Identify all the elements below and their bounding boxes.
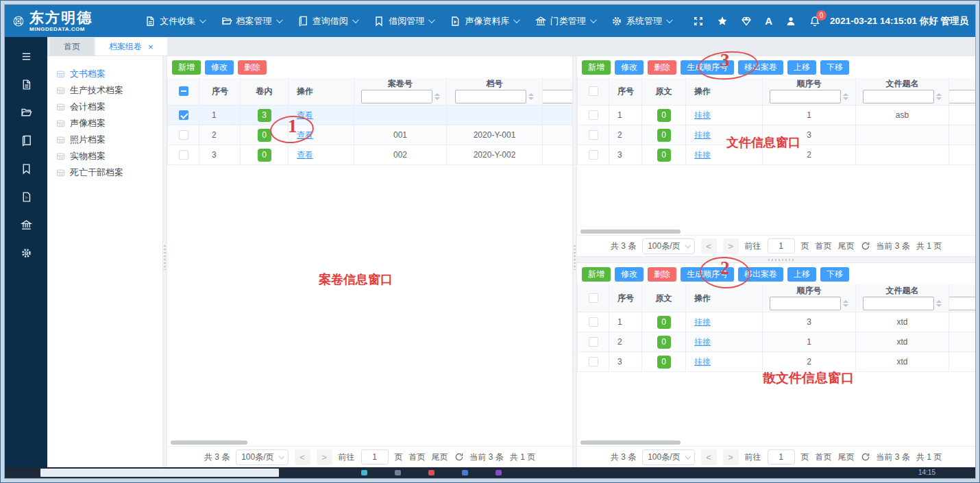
title-filter-input[interactable] <box>863 297 934 310</box>
next-page-button[interactable]: > <box>723 449 739 465</box>
menu-query-borrow[interactable]: 查询借阅 <box>297 15 357 27</box>
attach-link[interactable]: 挂接 <box>694 317 711 327</box>
tree-item-photo[interactable]: 照片档案 <box>56 132 162 148</box>
tree-item-audio-visual[interactable]: 声像档案 <box>56 115 162 132</box>
sort-carets-icon[interactable] <box>434 93 440 100</box>
row-checkbox[interactable] <box>179 150 188 160</box>
taskbar-app-icon[interactable] <box>495 470 502 475</box>
close-icon[interactable]: × <box>148 42 154 52</box>
attach-link[interactable]: 挂接 <box>694 110 711 120</box>
rail-borrow-mgmt[interactable] <box>5 155 47 183</box>
scrollbar-thumb[interactable] <box>171 441 247 445</box>
expand-arrows-icon[interactable] <box>693 16 704 27</box>
select-all-checkbox[interactable] <box>589 293 598 303</box>
taskbar-search-input[interactable] <box>40 469 279 477</box>
rail-file-collect[interactable] <box>5 71 47 99</box>
table-row[interactable]: 1 0 挂接 1 asb <box>578 106 976 125</box>
first-page-button[interactable]: 首页 <box>816 240 832 252</box>
tree-item-deceased-cadre[interactable]: 死亡干部档案 <box>56 164 162 181</box>
rail-query-borrow[interactable] <box>5 127 47 155</box>
goto-page-input[interactable] <box>361 449 389 465</box>
row-checkbox[interactable] <box>589 110 598 120</box>
table-row[interactable]: 2 0 挂接 3 <box>578 125 976 145</box>
delete-button[interactable]: 删除 <box>648 267 676 282</box>
edit-button[interactable]: 修改 <box>615 60 644 75</box>
select-all-checkbox[interactable] <box>589 86 598 96</box>
last-page-button[interactable]: 尾页 <box>838 451 855 463</box>
table-row[interactable]: 3 0 查看 002 2020-Y-002 <box>168 145 573 165</box>
tree-item-production-tech[interactable]: 生产技术档案 <box>56 82 162 99</box>
row-checkbox[interactable] <box>589 357 598 367</box>
extra-filter-input[interactable] <box>543 90 573 103</box>
menu-file-collect[interactable]: 文件收集 <box>145 15 204 27</box>
view-link[interactable]: 查看 <box>297 150 313 160</box>
tree-item-accounting[interactable]: 会计档案 <box>56 99 162 115</box>
refresh-icon[interactable] <box>861 452 870 462</box>
scrollbar-thumb[interactable] <box>580 441 681 445</box>
generate-order-button[interactable]: 生成顺序号 <box>681 267 734 282</box>
rail-system-mgmt[interactable] <box>5 239 47 267</box>
first-page-button[interactable]: 首页 <box>409 451 426 463</box>
page-size-select[interactable]: 100条/页 <box>642 238 694 254</box>
refresh-icon[interactable] <box>454 452 464 462</box>
move-out-button[interactable]: 移出案卷 <box>738 267 783 282</box>
row-checkbox[interactable] <box>589 317 598 327</box>
refresh-icon[interactable] <box>861 241 870 251</box>
brand[interactable]: 东方明德 MINGDEDATA.COM <box>13 10 128 32</box>
delete-button[interactable]: 删除 <box>238 60 267 75</box>
horizontal-scrollbar[interactable] <box>169 440 570 446</box>
table-row[interactable]: 2 0 挂接 1 xtd <box>578 332 976 352</box>
star-icon[interactable] <box>717 16 728 27</box>
row-checkbox[interactable] <box>179 110 188 120</box>
table-row[interactable]: 2 0 查看 001 2020-Y-001 <box>168 125 573 145</box>
menu-borrow-mgmt[interactable]: 借阅管理 <box>373 15 433 27</box>
rail-menu-toggle[interactable] <box>5 42 47 71</box>
goto-page-input[interactable] <box>768 449 795 465</box>
generate-order-button[interactable]: 生成顺序号 <box>681 60 734 75</box>
scrollbar-thumb[interactable] <box>580 230 681 234</box>
select-all-checkbox[interactable] <box>179 86 188 96</box>
taskbar-app-icon[interactable] <box>395 470 401 475</box>
row-checkbox[interactable] <box>179 130 188 140</box>
case-no-filter-input[interactable] <box>361 90 432 103</box>
table-row[interactable]: 1 0 挂接 3 xtd <box>578 312 976 332</box>
page-size-select[interactable]: 100条/页 <box>236 449 288 465</box>
view-link[interactable]: 查看 <box>297 130 313 140</box>
page-size-select[interactable]: 100条/页 <box>642 449 694 465</box>
tree-item-physical[interactable]: 实物档案 <box>56 148 162 164</box>
row-checkbox[interactable] <box>589 150 598 160</box>
font-size-icon[interactable]: A <box>765 15 772 27</box>
menu-category-mgmt[interactable]: 门类管理 <box>535 15 595 27</box>
sort-carets-icon[interactable] <box>843 93 848 100</box>
move-up-button[interactable]: 上移 <box>787 60 816 75</box>
attach-link[interactable]: 挂接 <box>694 357 711 367</box>
extra-filter-input[interactable] <box>949 90 976 103</box>
last-page-button[interactable]: 尾页 <box>838 240 855 252</box>
add-button[interactable]: 新增 <box>582 60 611 75</box>
edit-button[interactable]: 修改 <box>205 60 234 75</box>
attach-link[interactable]: 挂接 <box>694 337 711 347</box>
table-row[interactable]: 3 0 挂接 2 <box>578 145 976 165</box>
menu-av-library[interactable]: 声像资料库 <box>450 15 518 27</box>
sort-carets-icon[interactable] <box>528 93 534 100</box>
splitter-mid-right[interactable] <box>572 56 577 467</box>
splitter-file-loose[interactable] <box>577 256 975 263</box>
move-out-button[interactable]: 移出案卷 <box>738 60 783 75</box>
splitter-tree-mid[interactable] <box>162 56 167 467</box>
next-page-button[interactable]: > <box>723 238 739 254</box>
sort-carets-icon[interactable] <box>936 300 942 307</box>
order-no-filter-input[interactable] <box>770 297 841 310</box>
greeting[interactable]: 你好 管理员 <box>920 16 968 26</box>
move-down-button[interactable]: 下移 <box>820 60 849 75</box>
user-icon[interactable] <box>785 16 796 27</box>
view-link[interactable]: 查看 <box>297 110 313 120</box>
tree-item-document-archive[interactable]: 文书档案 <box>56 66 162 82</box>
table-row[interactable]: 1 3 查看 <box>168 106 573 125</box>
row-checkbox[interactable] <box>589 130 598 140</box>
sort-carets-icon[interactable] <box>843 300 848 307</box>
delete-button[interactable]: 删除 <box>648 60 676 75</box>
prev-page-button[interactable]: < <box>295 449 310 465</box>
add-button[interactable]: 新增 <box>582 267 611 282</box>
taskbar-app-icon[interactable] <box>462 470 468 475</box>
rail-av-library[interactable] <box>5 183 47 211</box>
